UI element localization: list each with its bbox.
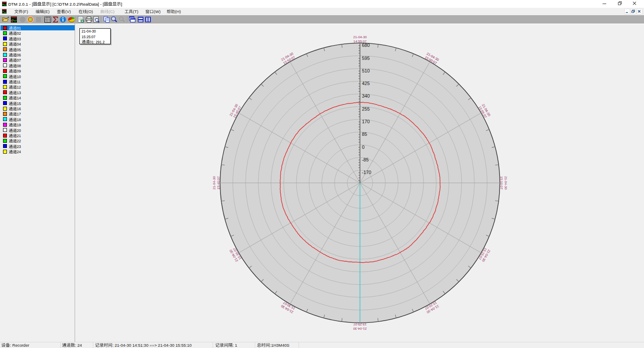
svg-text:255: 255: [362, 106, 370, 112]
svg-text:15:10:07: 15:10:07: [499, 176, 503, 189]
svg-text:01: 291.2: 01: 291.2: [89, 40, 105, 44]
svg-text:-170: -170: [362, 170, 371, 175]
svg-text:21-04-30: 21-04-30: [212, 176, 216, 190]
svg-text:15:40:07: 15:40:07: [217, 176, 220, 189]
svg-text:510: 510: [362, 68, 370, 73]
svg-text:170: 170: [362, 119, 370, 124]
svg-text:21-04-30: 21-04-30: [504, 176, 508, 190]
svg-text:: Recorder: : Recorder: [10, 343, 29, 348]
svg-text:595: 595: [362, 56, 370, 61]
svg-text::1H3M40S: :1H3M40S: [270, 343, 289, 348]
svg-text:21-04-30: 21-04-30: [353, 35, 367, 39]
svg-text:: 24: : 24: [75, 343, 82, 348]
svg-text:680: 680: [362, 43, 370, 48]
svg-text:21-04-30: 21-04-30: [353, 327, 367, 331]
svg-text:340: 340: [362, 93, 370, 98]
svg-text:15:25:07: 15:25:07: [353, 322, 366, 326]
svg-text:425: 425: [362, 81, 370, 86]
svg-text:14:55:07: 14:55:07: [353, 39, 366, 43]
svg-text:85: 85: [362, 131, 367, 137]
svg-text:0: 0: [362, 144, 365, 150]
svg-text:21-04-30: 21-04-30: [82, 30, 96, 33]
svg-text:: 21-04-30 14:51:30 ==> 21-04-: : 21-04-30 14:51:30 ==> 21-04-30 15:55:1…: [112, 343, 192, 348]
svg-text:15:25:07: 15:25:07: [82, 35, 95, 39]
svg-text:: 1: : 1: [233, 343, 237, 348]
svg-text:-85: -85: [362, 157, 369, 162]
